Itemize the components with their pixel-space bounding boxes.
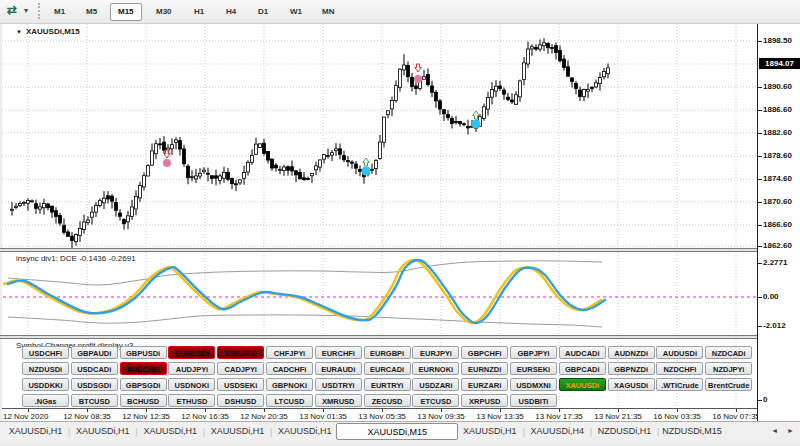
collapse-triangle-icon[interactable]: ▼ [16, 29, 22, 35]
chart-tab-xauusdi-h1[interactable]: XAUUSDi,H1 [273, 422, 336, 441]
price-tick [758, 202, 762, 203]
price-label: 1898.50 [763, 36, 792, 45]
symbol-button-gbpaudi[interactable]: GBPAUDi [71, 346, 118, 359]
symbol-button-usdjpyi[interactable]: USDJPYi [217, 346, 264, 359]
timeframe-button-h4[interactable]: H4 [218, 3, 244, 21]
timeframe-button-m1[interactable]: M1 [46, 3, 73, 21]
time-label: 13 Nov 17:35 [535, 412, 583, 421]
insync-scale-label: 0.00 [763, 292, 779, 301]
symbol-button-cadjpyi[interactable]: CADJPYi [217, 362, 264, 375]
tab-scroll-left-icon[interactable]: ◄ [771, 427, 778, 434]
insync-scale-label: 2.2771 [763, 258, 787, 267]
symbol-button-xauusdi[interactable]: XAUUSDi [559, 378, 606, 391]
symbol-button-xagusdi[interactable]: XAGUSDi [608, 378, 655, 391]
time-label: 16 Nov 07:35 [712, 412, 760, 421]
symbol-button-xrpusd[interactable]: XRPUSD [461, 394, 508, 407]
chart-tab-bar: XAUUSDi,H1|XAUUSDi,H1|XAUUSDi,H1|XAUUSDi… [0, 421, 800, 441]
symbol-button-eurnzdi[interactable]: EURNZDi [461, 362, 508, 375]
symbol-button-usdbiti[interactable]: USDBITi [510, 394, 557, 407]
chevron-down-icon[interactable]: ▾ [24, 6, 28, 15]
symbol-button-eurseki[interactable]: EURSEKi [510, 362, 557, 375]
symbol-button-usdchfi[interactable]: USDCHFi [22, 346, 69, 359]
symbol-button-usdcadi[interactable]: USDCADi [71, 362, 118, 375]
toolbar-grip [38, 3, 40, 19]
symbol-button-cadchfi[interactable]: CADCHFi [266, 362, 313, 375]
symbol-button-audnzdi[interactable]: AUDNZDi [608, 346, 655, 359]
price-tick [758, 326, 762, 327]
chart-tab-xauusdi-h1[interactable]: XAUUSDi,H1 [206, 422, 269, 441]
chart-tab-xauusdi-h1[interactable]: XAUUSDi,H1 [139, 422, 202, 441]
symbol-button-usdsgdi[interactable]: USDSGDi [71, 378, 118, 391]
symbol-button-dshusd[interactable]: DSHUSD [217, 394, 264, 407]
price-tick [758, 400, 762, 401]
chart-tab-xauusdi-h1[interactable]: XAUUSDi,H1 [4, 422, 67, 441]
symbol-button-nzdusdi[interactable]: NZDUSDi [22, 362, 69, 375]
symbol-button-eurjpyi[interactable]: EURJPYi [412, 346, 459, 359]
chart-tab-xauusdi-h1[interactable]: XAUUSDi,H1 [71, 422, 134, 441]
timeframe-button-m5[interactable]: M5 [78, 3, 105, 21]
chart-tab-xauusdi-m15[interactable]: XAUUSDi,M15 [336, 423, 458, 440]
symbol-button-eurnoki[interactable]: EURNOKi [412, 362, 459, 375]
symbol-button-euraudi[interactable]: EURAUDi [315, 362, 362, 375]
symbol-button-eurtryi[interactable]: EURTRYi [364, 378, 411, 391]
symbol-button-audcadi[interactable]: AUDCADi [559, 346, 606, 359]
timeframe-button-d1[interactable]: D1 [250, 3, 276, 21]
symbol-button-brentcrude[interactable]: BrentCrude [705, 378, 752, 391]
chart-tab-xauusdi-h4[interactable]: XAUUSDi,H4 [526, 422, 589, 441]
timeframe-button-m30[interactable]: M30 [148, 3, 180, 21]
timeframe-button-mn[interactable]: MN [314, 3, 342, 21]
symbol-button-gbpchfi[interactable]: GBPCHFi [461, 346, 508, 359]
symbol-button-gbpusdi[interactable]: GBPUSDi [120, 346, 167, 359]
timeframe-toolbar: ⇄ ▾ M1M5M15M30H1H4D1W1MN [0, 0, 800, 24]
symbol-button-eurchfi[interactable]: EURCHFi [315, 346, 362, 359]
symbol-button-nzdchfi[interactable]: NZDCHFi [656, 362, 703, 375]
price-tick [758, 263, 762, 264]
symbol-button-audjpyi[interactable]: AUDJPYi [168, 362, 215, 375]
price-label: 1882.60 [763, 128, 792, 137]
symbol-button-chfjpyi[interactable]: CHFJPYi [266, 346, 313, 359]
symbol-button-eurzari[interactable]: EURZARi [461, 378, 508, 391]
symbol-button-eurgbpi[interactable]: EURGBPi [364, 346, 411, 359]
symbol-button-btcusd[interactable]: BTCUSD [71, 394, 118, 407]
chart-tab-xauusdi-h1[interactable]: XAUUSDi,H1 [458, 422, 521, 441]
symbol-button-eurusdi[interactable]: EURUSDi [168, 346, 215, 359]
symbol-button-ethusd[interactable]: ETHUSD [168, 394, 215, 407]
timeframe-button-m15[interactable]: M15 [110, 3, 142, 21]
symbol-button-gbpsgdi[interactable]: GBPSGDi [120, 378, 167, 391]
timeframe-button-w1[interactable]: W1 [282, 3, 310, 21]
symbol-button-ltcusd[interactable]: LTCUSD [266, 394, 313, 407]
symbol-button-wticrude[interactable]: .WTICrude [656, 378, 703, 391]
symbol-button-usdtryi[interactable]: USDTRYi [315, 378, 362, 391]
symbol-button-gbpcadi[interactable]: GBPCADi [559, 362, 606, 375]
symbol-button-usdnoki[interactable]: USDNOKi [168, 378, 215, 391]
symbol-button-usdmxni[interactable]: USDMXNi [510, 378, 557, 391]
current-price-tag: 1894.07 [759, 58, 800, 69]
time-label: 12 Nov 16:35 [181, 412, 229, 421]
symbol-button-eurcadi[interactable]: EURCADi [364, 362, 411, 375]
symbol-button-zecusd[interactable]: ZECUSD [364, 394, 411, 407]
symbol-button-usdseki[interactable]: USDSEKi [217, 378, 264, 391]
chart-title: ▼XAUUSDi,M15 [16, 27, 80, 36]
symbol-button-usddkki[interactable]: USDDKKi [22, 378, 69, 391]
symbol-button-audchfi[interactable]: AUDCHFi [120, 362, 167, 375]
symbol-button-gbpjpyi[interactable]: GBPJPYi [510, 346, 557, 359]
chart-tab-nzdusdi-h1[interactable]: NZDUSDi,H1 [593, 422, 656, 441]
timeframes-icon[interactable]: ⇄ [7, 3, 17, 17]
symbol-button-bchusd[interactable]: BCHUSD [120, 394, 167, 407]
price-label: 1878.60 [763, 151, 792, 160]
symbol-button-nzdjpyi[interactable]: NZDJPYi [705, 362, 752, 375]
timeframe-button-h1[interactable]: H1 [186, 3, 212, 21]
symbol-button-etcusd[interactable]: ETCUSD [412, 394, 459, 407]
main-chart-area[interactable]: ▼XAUUSDi,M15 [2, 24, 757, 248]
symbol-button-gbpnoki[interactable]: GBPNOKi [266, 378, 313, 391]
time-label: 12 Nov 20:35 [240, 412, 288, 421]
insync-indicator-panel[interactable]: insync div1: DCE -0.1436 -0.2691 [2, 252, 757, 335]
chart-tab-nzdusdi-m15[interactable]: NZDUSDi,M15 [660, 422, 723, 441]
symbol-button-xmrusd[interactable]: XMRUSD [315, 394, 362, 407]
symbol-button-ngas[interactable]: .NGas [22, 394, 69, 407]
symbol-button-usdzari[interactable]: USDZARi [412, 378, 459, 391]
symbol-button-audusdi[interactable]: AUDUSDi [656, 346, 703, 359]
tab-scroll-right-icon[interactable]: ► [787, 427, 794, 434]
symbol-button-nzdcadi[interactable]: NZDCADi [705, 346, 752, 359]
symbol-button-gbpnzdi[interactable]: GBPNZDi [608, 362, 655, 375]
